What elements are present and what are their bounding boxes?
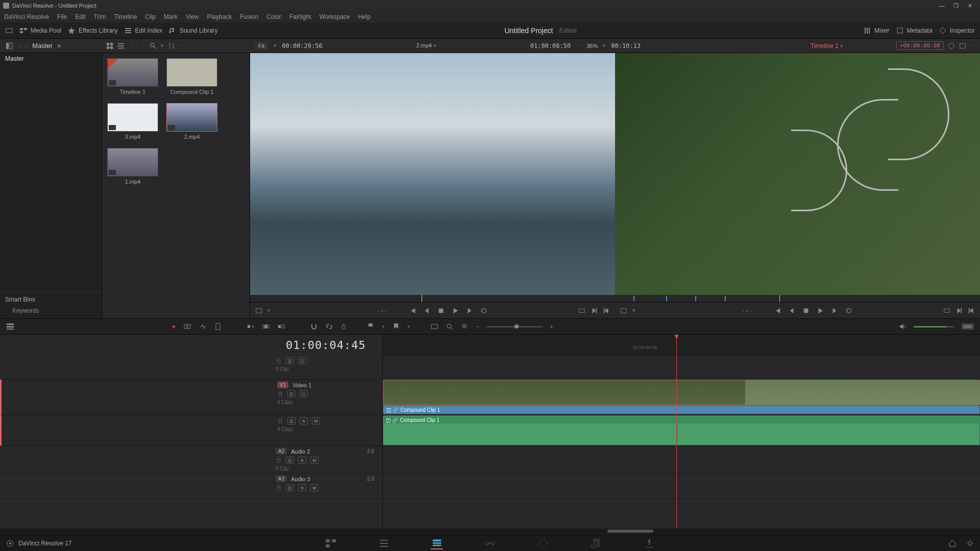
- menu-trim[interactable]: Trim: [94, 13, 106, 20]
- home-icon[interactable]: [948, 539, 957, 547]
- smart-bin-keywords[interactable]: Keywords: [5, 307, 96, 314]
- replace-icon[interactable]: [277, 322, 285, 331]
- menu-mark[interactable]: Mark: [164, 13, 178, 20]
- link-icon[interactable]: [325, 322, 333, 331]
- settings-icon[interactable]: [966, 539, 974, 547]
- metadata-button[interactable]: Metadata: [896, 27, 933, 35]
- page-fairlight-icon[interactable]: [590, 537, 602, 549]
- record-timecode[interactable]: +00:00:00:00: [896, 41, 944, 50]
- bin-master[interactable]: Master: [0, 53, 102, 65]
- minimize-button[interactable]: —: [939, 3, 945, 9]
- program-image[interactable]: [615, 53, 980, 295]
- menu-help[interactable]: Help: [358, 13, 371, 20]
- menu-davinci[interactable]: DaVinci Resolve: [4, 13, 49, 20]
- page-cut-icon[interactable]: [378, 537, 390, 549]
- match-frame-icon[interactable]: [578, 307, 585, 314]
- flag-icon[interactable]: [367, 322, 375, 331]
- playhead[interactable]: [676, 335, 677, 529]
- bypass-icon[interactable]: [948, 42, 955, 49]
- inspector-button[interactable]: Inspector: [939, 27, 975, 35]
- maximize-button[interactable]: ❐: [953, 3, 960, 9]
- prog-first-icon[interactable]: [774, 307, 781, 314]
- source-scrub[interactable]: [250, 295, 615, 302]
- menu-fairlight[interactable]: Fairlight: [289, 13, 311, 20]
- menu-timeline[interactable]: Timeline: [114, 13, 137, 20]
- edit-index-button[interactable]: Edit Index: [124, 27, 162, 35]
- zoom-out-button[interactable]: −: [476, 323, 479, 330]
- trim-tool-icon[interactable]: [183, 322, 191, 331]
- thumb-timeline1[interactable]: Timeline 1: [107, 58, 158, 95]
- src-play-icon[interactable]: [452, 307, 459, 314]
- dynamic-trim-icon[interactable]: [199, 322, 207, 331]
- zoom-full-icon[interactable]: [430, 322, 438, 331]
- track-header-a1[interactable]: ◫SM 4 Clips: [0, 415, 382, 446]
- prog-match-icon[interactable]: [943, 307, 950, 314]
- menu-color[interactable]: Color: [266, 13, 281, 20]
- clip-compound-video[interactable]: ◫ 🔗 Compound Clip 1: [383, 405, 980, 414]
- menu-view[interactable]: View: [186, 13, 199, 20]
- prog-stop-icon[interactable]: [802, 307, 810, 314]
- timeline-selector[interactable]: Timeline 1: [811, 42, 839, 49]
- sort-icon[interactable]: [168, 42, 175, 49]
- bin-path[interactable]: Master: [32, 42, 53, 49]
- media-pool-button[interactable]: Media Pool: [19, 27, 61, 35]
- src-opts-icon[interactable]: [255, 307, 262, 314]
- clip-compound-audio[interactable]: ◫ 🔗 Compound Clip 1: [383, 416, 980, 423]
- page-fusion-icon[interactable]: [484, 537, 496, 549]
- track-header-v2[interactable]: ◫▢ 0 Clip: [0, 355, 382, 380]
- source-image[interactable]: [250, 53, 615, 295]
- page-edit-icon[interactable]: [431, 537, 443, 549]
- mixer-button[interactable]: Mixer: [863, 27, 889, 35]
- src-prev-icon[interactable]: [423, 307, 430, 314]
- src-loop-icon[interactable]: [480, 307, 487, 314]
- overwrite-icon[interactable]: [262, 322, 270, 331]
- page-deliver-icon[interactable]: [643, 537, 655, 549]
- track-header-a2[interactable]: A2Audio 22.0 ◫SM 0 Clip: [0, 446, 382, 473]
- close-button[interactable]: ✕: [968, 3, 974, 9]
- prog-out-icon[interactable]: [968, 307, 975, 314]
- prog-opts-icon[interactable]: [620, 307, 627, 314]
- zoom-slider[interactable]: [486, 326, 543, 328]
- insert-icon[interactable]: [247, 322, 255, 331]
- prog-in-icon[interactable]: [955, 307, 963, 314]
- zoom-detail-icon[interactable]: [446, 322, 454, 331]
- menu-file[interactable]: File: [57, 13, 67, 20]
- menu-workspace[interactable]: Workspace: [320, 13, 350, 20]
- marker-icon[interactable]: [392, 322, 400, 331]
- page-media-icon[interactable]: [325, 537, 337, 549]
- thumb-view-icon[interactable]: [106, 42, 113, 49]
- menu-clip[interactable]: Clip: [145, 13, 156, 20]
- thumb-compound1[interactable]: Compound Clip 1: [166, 58, 217, 95]
- page-color-icon[interactable]: [537, 537, 549, 549]
- menu-playback[interactable]: Playback: [207, 13, 232, 20]
- src-out-icon[interactable]: [603, 307, 610, 314]
- sound-library-button[interactable]: Sound Library: [168, 27, 218, 35]
- timeline-tracks[interactable]: 01:00:04:45 ◫ 🔗 Compound Clip 1 ◫ 🔗 Comp…: [383, 335, 980, 529]
- track-header-v1[interactable]: V1Video 1 ◫▢ 4 Clips: [0, 380, 382, 415]
- viewer-fit[interactable]: Fit: [254, 42, 268, 50]
- tl-view-icon[interactable]: [6, 322, 14, 331]
- volume-icon[interactable]: [898, 322, 906, 331]
- blade-tool-icon[interactable]: [214, 322, 222, 331]
- clip-video-2[interactable]: [745, 380, 980, 405]
- list-view-icon[interactable]: [117, 42, 125, 49]
- expand-button[interactable]: [5, 27, 13, 35]
- track-header-a3[interactable]: A3Audio 32.0 ◫SM: [0, 473, 382, 499]
- prog-prev-icon[interactable]: [788, 307, 795, 314]
- thumb-1mp4[interactable]: 1.mp4: [107, 148, 158, 185]
- viewer-zoom[interactable]: 36%: [586, 43, 598, 49]
- src-next-icon[interactable]: [466, 307, 473, 314]
- bin-view-icon[interactable]: [5, 42, 13, 50]
- src-stop-icon[interactable]: [437, 307, 445, 314]
- lock-icon[interactable]: [340, 323, 347, 330]
- src-first-icon[interactable]: [409, 307, 416, 314]
- single-viewer-icon[interactable]: [959, 42, 966, 49]
- prog-play-icon[interactable]: [817, 307, 824, 314]
- search-icon[interactable]: [150, 42, 157, 49]
- timeline-ruler[interactable]: 01:00:04:45: [383, 335, 980, 355]
- zoom-custom-icon[interactable]: [461, 322, 469, 331]
- smart-bins-header[interactable]: Smart Bins: [5, 296, 96, 303]
- volume-slider[interactable]: [914, 326, 954, 328]
- prog-next-icon[interactable]: [831, 307, 838, 314]
- menu-edit[interactable]: Edit: [75, 13, 86, 20]
